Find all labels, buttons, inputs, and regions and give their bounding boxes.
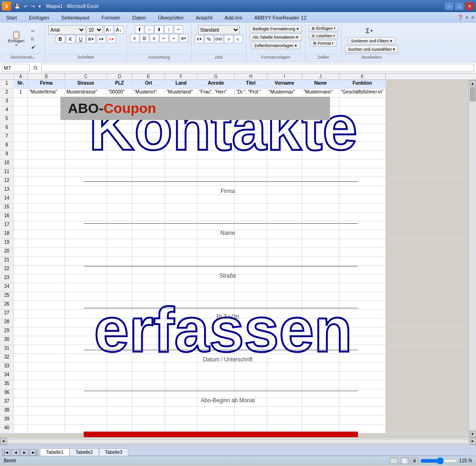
cell-row39-col4[interactable] xyxy=(132,416,165,424)
font-family-select[interactable]: Arial xyxy=(48,25,86,34)
cell-row14-col7[interactable] xyxy=(235,195,267,203)
cell-row6-col4[interactable] xyxy=(132,124,165,133)
cell-row14-col9[interactable] xyxy=(302,195,339,203)
cell-row33-col5[interactable] xyxy=(165,363,198,371)
cell-row21-col9[interactable] xyxy=(302,257,339,265)
cell-row8-col7[interactable] xyxy=(235,142,267,150)
cell-row27-col1[interactable] xyxy=(28,310,65,318)
cell-row21-col3[interactable] xyxy=(107,257,132,265)
cell-row23-col4[interactable] xyxy=(132,274,165,283)
cell-row32-col9[interactable] xyxy=(302,354,339,362)
cell-row32-col2[interactable] xyxy=(65,354,107,362)
cell-row38-col9[interactable] xyxy=(302,407,339,415)
cell-row22-col5[interactable] xyxy=(165,266,198,274)
cell-row17-col5[interactable] xyxy=(165,221,198,230)
cell-row33-col6[interactable] xyxy=(198,363,235,371)
cell-row23-col5[interactable] xyxy=(165,274,198,283)
cell-row34-col7[interactable] xyxy=(235,372,267,380)
cell-row23-col10[interactable] xyxy=(339,274,386,283)
cell-row27-col5[interactable] xyxy=(165,310,198,318)
cell-row39-col2[interactable] xyxy=(65,416,107,424)
cell-d2[interactable]: "00000" xyxy=(107,89,132,97)
hscroll-left-btn[interactable]: ◄ xyxy=(0,438,7,445)
cell-row6-col2[interactable] xyxy=(65,124,107,133)
cell-row18-col5[interactable] xyxy=(165,230,198,239)
cell-row28-col10[interactable] xyxy=(339,319,386,327)
cell-row19-col7[interactable] xyxy=(235,239,267,247)
cell-row11-col2[interactable] xyxy=(65,168,107,177)
cell-row6-col10[interactable] xyxy=(339,124,386,133)
cell-row38-col1[interactable] xyxy=(28,407,65,415)
cell-row14-col8[interactable] xyxy=(267,195,302,203)
cell-row7-col4[interactable] xyxy=(132,133,165,141)
sum-btn[interactable]: Σ▾ xyxy=(362,25,381,36)
cell-row31-col6[interactable] xyxy=(198,345,235,353)
cell-row31-col8[interactable] xyxy=(267,345,302,353)
cell-row16-col5[interactable] xyxy=(165,213,198,221)
cell-row28-col0[interactable] xyxy=(14,319,28,327)
cell-row27-col3[interactable] xyxy=(107,310,132,318)
cell-row13-col3[interactable] xyxy=(107,186,132,194)
cell-row33-col7[interactable] xyxy=(235,363,267,371)
cell-row28-col6[interactable] xyxy=(198,319,235,327)
cell-row25-col3[interactable] xyxy=(107,292,132,300)
zellenformatvorlagen-btn[interactable]: Zellenformatvorlagen ▾ xyxy=(251,42,300,49)
cell-row20-col7[interactable] xyxy=(235,248,267,256)
cell-row35-col7[interactable] xyxy=(235,380,267,389)
cell-row20-col8[interactable] xyxy=(267,248,302,256)
normal-view-btn[interactable]: ⬜ xyxy=(390,458,398,464)
cell-row37-col5[interactable] xyxy=(165,398,198,406)
cell-row13-col6[interactable] xyxy=(198,186,235,194)
cell-row38-col0[interactable] xyxy=(14,407,28,415)
cell-row18-col2[interactable] xyxy=(65,230,107,239)
cell-row20-col9[interactable] xyxy=(302,248,339,256)
cell-row7-col0[interactable] xyxy=(14,133,28,141)
cell-row13-col10[interactable] xyxy=(339,186,386,194)
ribbon-close-btn[interactable]: ✕ xyxy=(469,12,476,23)
cell-row30-col0[interactable] xyxy=(14,336,28,345)
tab-seitenlayout[interactable]: Seitenlayout xyxy=(55,12,96,23)
cell-row13-col5[interactable] xyxy=(165,186,198,194)
cell-row7-col10[interactable] xyxy=(339,133,386,141)
align-right-btn[interactable]: ≡ xyxy=(150,34,159,42)
cell-row37-col9[interactable] xyxy=(302,398,339,406)
cell-i2[interactable]: "Mustermax" xyxy=(267,89,302,97)
cell-row16-col3[interactable] xyxy=(107,213,132,221)
cell-row21-col2[interactable] xyxy=(65,257,107,265)
cell-row29-col2[interactable] xyxy=(65,327,107,336)
cell-row22-col10[interactable] xyxy=(339,266,386,274)
cell-row5-col1[interactable] xyxy=(28,115,65,124)
zellen-einfuegen-btn[interactable]: ⊕ Einfügen ▾ xyxy=(309,25,338,32)
maximize-btn[interactable]: □ xyxy=(455,2,464,10)
cell-row15-col4[interactable] xyxy=(132,204,165,212)
cell-e2[interactable]: "Musterort" xyxy=(132,89,165,97)
cell-row13-col4[interactable] xyxy=(132,186,165,194)
cell-row25-col7[interactable] xyxy=(235,292,267,300)
cell-row11-col4[interactable] xyxy=(132,168,165,177)
cell-row20-col10[interactable] xyxy=(339,248,386,256)
tab-addins[interactable]: Add-Ins xyxy=(218,12,248,23)
italic-btn[interactable]: K xyxy=(66,35,75,43)
cell-row27-col10[interactable] xyxy=(339,310,386,318)
cell-row18-col7[interactable] xyxy=(235,230,267,239)
cell-row19-col4[interactable] xyxy=(132,239,165,247)
cell-row21-col6[interactable] xyxy=(198,257,235,265)
cell-b2[interactable]: "Musterfirma" xyxy=(28,89,65,97)
cell-row27-col2[interactable] xyxy=(65,310,107,318)
cell-row19-col0[interactable] xyxy=(14,239,28,247)
suchen-btn[interactable]: Suchen und Auswählen ▾ xyxy=(345,46,399,53)
cell-row16-col6[interactable] xyxy=(198,213,235,221)
cell-row29-col9[interactable] xyxy=(302,327,339,336)
cell-k2[interactable]: "Geschäftsführer/-in" xyxy=(339,89,386,97)
cell-row33-col8[interactable] xyxy=(267,363,302,371)
cell-e1[interactable]: Ort xyxy=(132,80,165,88)
cell-row10-col8[interactable] xyxy=(267,160,302,168)
cell-b1[interactable]: Firma xyxy=(28,80,65,88)
cell-row34-col3[interactable] xyxy=(107,372,132,380)
cell-row32-col6[interactable] xyxy=(198,354,235,362)
tab-ueberpruefen[interactable]: Überprüfen xyxy=(152,12,190,23)
sheet-tab-3[interactable]: Tabelle3 xyxy=(99,448,128,456)
cell-row25-col5[interactable] xyxy=(165,292,198,300)
decrease-indent-btn[interactable]: ⇐ xyxy=(159,34,169,42)
border-btn[interactable]: ⊞▾ xyxy=(86,35,96,43)
